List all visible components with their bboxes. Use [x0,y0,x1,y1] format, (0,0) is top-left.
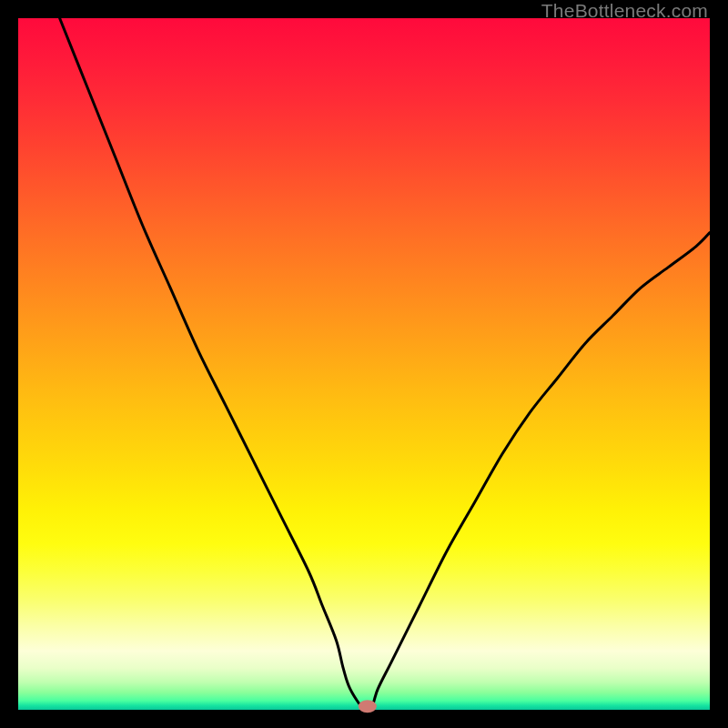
curve-layer [18,18,710,710]
chart-frame: TheBottleneck.com [0,0,728,728]
bottleneck-curve [60,18,710,713]
optimal-marker [359,700,377,713]
plot-area [18,18,710,710]
